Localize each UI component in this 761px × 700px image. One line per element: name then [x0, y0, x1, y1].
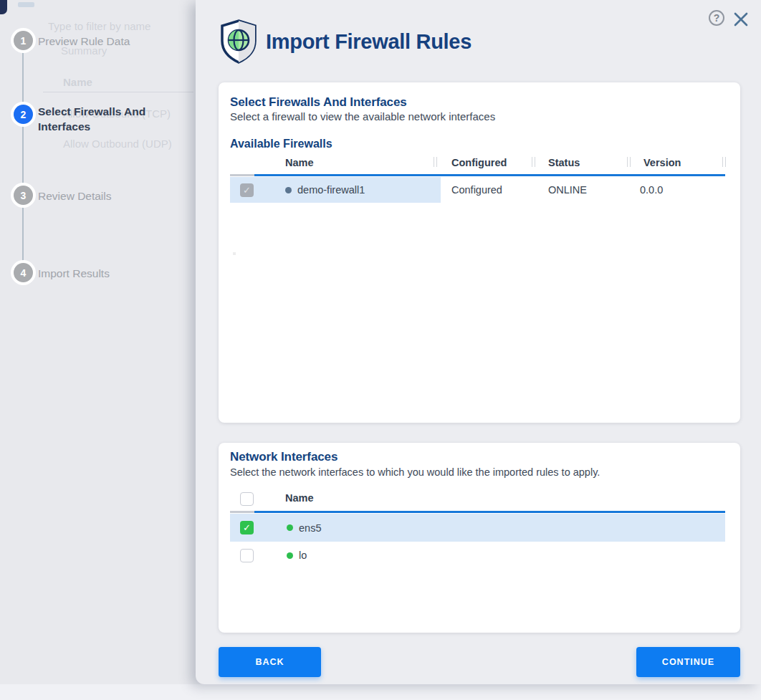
firewall-status-dot: [285, 187, 292, 193]
interfaces-card-subtitle: Select the network interfaces to which y…: [230, 466, 600, 478]
firewall-status: ONLINE: [548, 184, 587, 196]
step-2-circle[interactable]: 2: [14, 105, 33, 124]
step-2-number: 2: [21, 109, 27, 120]
table-header-rule-blue: [254, 174, 725, 176]
step-4-label: Import Results: [38, 266, 167, 281]
firewall-row-name-cell[interactable]: demo-firewall1: [264, 177, 441, 203]
lo-name: lo: [299, 550, 307, 561]
firewall-row-checkbox[interactable]: ✓: [240, 183, 254, 197]
firewall-row-checkbox-cell: ✓: [230, 177, 264, 203]
ens5-status-dot: [287, 524, 293, 531]
step-1-number: 1: [21, 35, 27, 47]
ens5-checkbox[interactable]: ✓: [240, 521, 254, 534]
import-firewall-rules-dialog: Import Firewall Rules ? Select Firewalls…: [196, 0, 761, 684]
column-resize-handle[interactable]: [434, 157, 437, 167]
column-header-configured[interactable]: Configured: [451, 157, 507, 168]
step-2-label: Select Firewalls And Interfaces: [38, 104, 156, 134]
step-4-circle[interactable]: 4: [14, 263, 33, 282]
step-4-number: 4: [21, 267, 27, 279]
step-1-circle[interactable]: 1: [14, 31, 33, 50]
column-resize-handle[interactable]: [627, 157, 631, 167]
firewall-configured: Configured: [451, 184, 502, 196]
table-header-rule-gray: [230, 511, 254, 513]
back-button[interactable]: BACK: [219, 647, 321, 677]
step-connector-line: [22, 41, 24, 273]
network-interfaces-card: Network Interfaces Select the network in…: [219, 443, 740, 633]
select-all-checkbox[interactable]: [240, 492, 254, 506]
step-1-label: Preview Rule Data: [38, 34, 167, 49]
step-3-circle[interactable]: 3: [14, 186, 33, 205]
column-header-version[interactable]: Version: [643, 157, 681, 168]
background-bottom-strip: [0, 684, 761, 700]
table-header-rule-blue: [254, 511, 725, 513]
select-all-cell: [230, 489, 264, 508]
help-icon-glyph: ?: [714, 12, 720, 24]
lo-checkbox[interactable]: [240, 549, 254, 562]
column-resize-handle[interactable]: [722, 157, 726, 167]
wizard-stepper: 1 Preview Rule Data 2 Select Firewalls A…: [0, 0, 196, 684]
close-icon[interactable]: [732, 11, 750, 28]
interfaces-column-header-name[interactable]: Name: [285, 492, 314, 504]
column-resize-handle[interactable]: [532, 157, 535, 167]
firewalls-card-title: Select Firewalls And Interfaces: [230, 95, 407, 110]
available-firewalls-heading: Available Firewalls: [230, 138, 332, 150]
artifact-dot: [233, 252, 236, 255]
lo-status-dot: [287, 552, 293, 559]
shield-globe-icon: [219, 19, 259, 64]
continue-button[interactable]: CONTINUE: [636, 647, 740, 677]
step-3-number: 3: [21, 190, 27, 201]
table-header-rule-gray: [230, 174, 254, 176]
help-icon[interactable]: ?: [709, 10, 724, 26]
ens5-name: ens5: [299, 522, 321, 534]
interfaces-card-title: Network Interfaces: [230, 450, 338, 464]
dialog-header: Import Firewall Rules: [219, 19, 472, 64]
interface-row-ens5[interactable]: ✓ ens5: [230, 514, 725, 542]
firewall-row-status-cell: ONLINE: [534, 177, 629, 203]
select-firewalls-card: Select Firewalls And Interfaces Select a…: [219, 82, 740, 423]
firewalls-card-subtitle: Select a firewall to view the available …: [230, 110, 495, 123]
firewall-row-configured-cell: Configured: [441, 177, 534, 203]
column-header-status[interactable]: Status: [548, 157, 580, 168]
firewall-row-version-cell: 0.0.0: [629, 177, 724, 203]
firewall-version: 0.0.0: [640, 184, 663, 196]
interface-row-lo[interactable]: lo: [230, 542, 725, 569]
step-3-label: Review Details: [38, 188, 167, 203]
column-header-name[interactable]: Name: [285, 157, 314, 168]
dialog-title: Import Firewall Rules: [266, 30, 472, 54]
firewall-name: demo-firewall1: [297, 184, 365, 196]
